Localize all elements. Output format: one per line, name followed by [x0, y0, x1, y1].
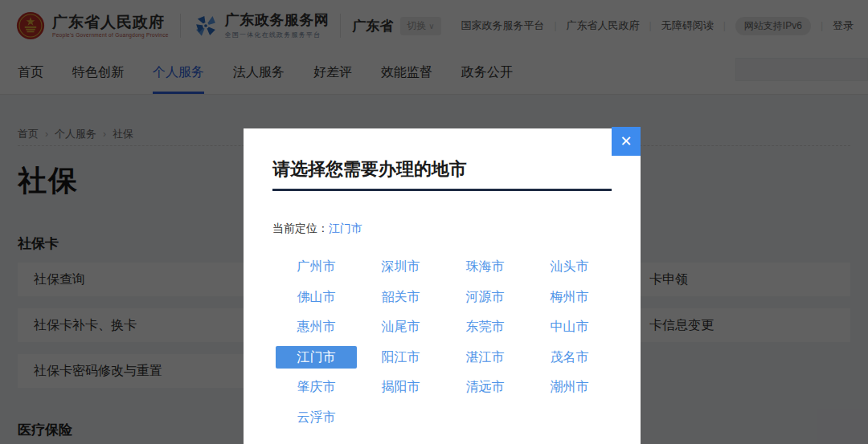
current-location-label: 当前定位： [272, 222, 329, 234]
page: 广东省人民政府 People's Government of Guangdong… [0, 0, 868, 444]
city-item-zhuhai[interactable]: 珠海市 [444, 256, 526, 279]
modal-title: 请选择您需要办理的地市 [272, 128, 612, 181]
city-item-zhaoqing[interactable]: 肇庆市 [276, 377, 357, 399]
city-item-shaoguan[interactable]: 韶关市 [360, 286, 441, 308]
city-item-yangjiang[interactable]: 阳江市 [360, 346, 441, 369]
close-icon[interactable]: ✕ [612, 127, 641, 156]
current-location-link[interactable]: 江门市 [329, 222, 362, 234]
city-item-jieyang[interactable]: 揭阳市 [360, 377, 441, 399]
city-item-foshan[interactable]: 佛山市 [276, 286, 357, 308]
city-item-meizhou[interactable]: 梅州市 [529, 286, 610, 308]
city-select-modal: ✕ 请选择您需要办理的地市 当前定位：江门市 广州市 深圳市 珠海市 汕头市 佛… [244, 128, 641, 444]
city-item-zhanjiang[interactable]: 湛江市 [444, 346, 526, 369]
city-item-chaozhou[interactable]: 潮州市 [529, 377, 610, 399]
city-item-shenzhen[interactable]: 深圳市 [360, 256, 441, 279]
city-item-shanwei[interactable]: 汕尾市 [360, 316, 441, 339]
city-grid: 广州市 深圳市 珠海市 汕头市 佛山市 韶关市 河源市 梅州市 惠州市 汕尾市 … [276, 252, 612, 433]
city-item-qingyuan[interactable]: 清远市 [444, 377, 526, 399]
city-item-zhongshan[interactable]: 中山市 [529, 316, 610, 339]
modal-title-underline [272, 189, 612, 191]
city-item-dongguan[interactable]: 东莞市 [444, 316, 526, 339]
city-item-jiangmen-selected[interactable]: 江门市 [276, 346, 357, 369]
city-item-huizhou[interactable]: 惠州市 [276, 316, 357, 339]
city-item-shantou[interactable]: 汕头市 [529, 256, 610, 279]
city-item-yunfu[interactable]: 云浮市 [276, 406, 357, 429]
city-item-maoming[interactable]: 茂名市 [529, 346, 610, 369]
current-location-row: 当前定位：江门市 [272, 220, 612, 236]
city-item-heyuan[interactable]: 河源市 [444, 286, 526, 308]
city-item-guangzhou[interactable]: 广州市 [276, 256, 357, 279]
